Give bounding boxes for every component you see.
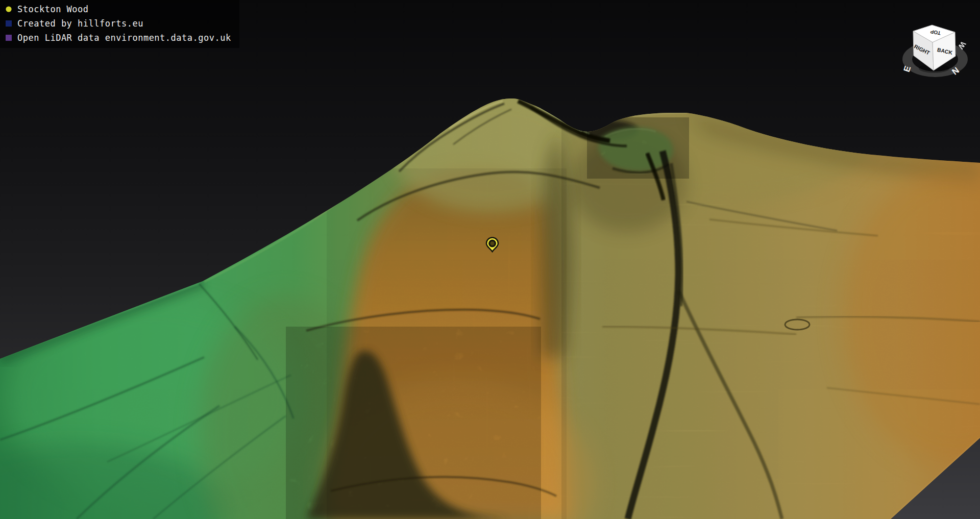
legend-item-credit: Created by hillforts.eu [5, 18, 231, 29]
legend-panel: Stockton Wood Created by hillforts.eu Op… [0, 0, 239, 48]
legend-item-datasource: Open LiDAR data environment.data.gov.uk [5, 32, 231, 43]
site-swatch-icon [5, 6, 12, 13]
legend-credit-label: Created by hillforts.eu [17, 18, 143, 29]
datasource-swatch-icon [5, 34, 12, 41]
legend-datasource-label: Open LiDAR data environment.data.gov.uk [17, 32, 231, 43]
pin-hole [489, 240, 496, 246]
terrain-texture [0, 71, 980, 519]
terrain-3d-canvas[interactable]: W TOP RIGHT BACK E N [0, 0, 980, 519]
legend-site-label: Stockton Wood [17, 4, 89, 15]
credit-swatch-icon [5, 20, 12, 27]
terrain-model [0, 71, 980, 519]
legend-item-site: Stockton Wood [5, 4, 231, 15]
nav-cube-widget[interactable]: W TOP RIGHT BACK E N [902, 25, 968, 77]
lidar-viewer-window: W TOP RIGHT BACK E N Stockton Wood Creat… [0, 0, 980, 519]
